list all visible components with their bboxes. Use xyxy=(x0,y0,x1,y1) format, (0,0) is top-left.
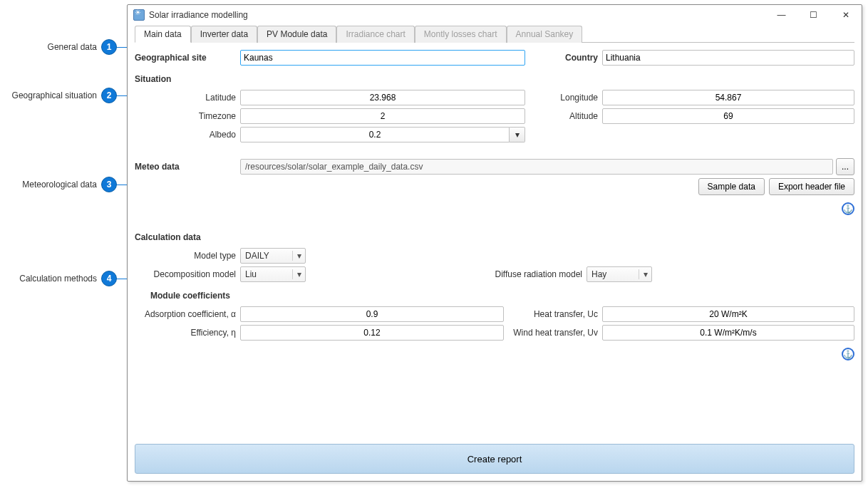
create-report-button[interactable]: Create report xyxy=(135,444,854,474)
app-icon xyxy=(133,9,145,21)
decomposition-model-select[interactable]: Liu ▾ xyxy=(240,266,306,282)
anchor-icon[interactable]: ⚓ xyxy=(842,348,854,360)
model-type-select[interactable]: DAILY ▾ xyxy=(240,248,306,264)
albedo-input[interactable] xyxy=(240,127,510,142)
callout-label-2: Geographical situation xyxy=(0,90,101,100)
callout-label-4: Calculation methods xyxy=(0,274,101,284)
close-button[interactable]: ✕ xyxy=(830,5,862,25)
app-window: Solar irradiance modelling — ☐ ✕ Main da… xyxy=(127,4,862,482)
callout-badge-1: 1 xyxy=(101,39,117,55)
efficiency-label: Efficiency, η xyxy=(135,328,240,338)
meteo-path-field: /resources/solar/solar_example_daily_dat… xyxy=(240,159,833,175)
tab-annual-sankey: Annual Sankey xyxy=(507,26,583,43)
browse-button[interactable]: ... xyxy=(836,158,854,175)
altitude-input[interactable] xyxy=(602,108,854,124)
adsorption-coefficient-label: Adsorption coefficient, α xyxy=(135,309,240,319)
tab-main-data[interactable]: Main data xyxy=(135,26,191,43)
heat-transfer-label: Heat transfer, Uc xyxy=(510,309,602,319)
geographical-site-input[interactable] xyxy=(240,50,525,66)
geographical-site-label: Geographical site xyxy=(135,53,240,63)
minimize-button[interactable]: — xyxy=(765,5,797,25)
adsorption-coefficient-input[interactable] xyxy=(240,306,504,322)
model-type-label: Model type xyxy=(135,251,240,261)
titlebar: Solar irradiance modelling — ☐ ✕ xyxy=(128,5,862,25)
albedo-label: Albedo xyxy=(135,130,240,140)
calculation-data-heading: Calculation data xyxy=(135,229,854,245)
timezone-input[interactable] xyxy=(240,108,525,124)
wind-heat-transfer-input[interactable] xyxy=(602,325,854,341)
export-header-file-button[interactable]: Export header file xyxy=(769,178,854,195)
albedo-dropdown-button[interactable]: ▾ xyxy=(510,127,525,142)
diffuse-radiation-model-value: Hay xyxy=(591,269,639,279)
model-type-value: DAILY xyxy=(245,251,292,261)
timezone-label: Timezone xyxy=(135,111,240,121)
callout-label-3: Meteorological data xyxy=(0,180,101,190)
callout-badge-2: 2 xyxy=(101,88,117,103)
country-input[interactable] xyxy=(602,50,854,66)
diffuse-radiation-model-label: Diffuse radiation model xyxy=(306,269,587,279)
maximize-button[interactable]: ☐ xyxy=(797,5,830,25)
tab-bar: Main data Inverter data PV Module data I… xyxy=(135,25,854,43)
tab-pv-module-data[interactable]: PV Module data xyxy=(257,26,336,43)
country-label: Country xyxy=(531,53,602,63)
callout-badge-3: 3 xyxy=(101,177,117,192)
situation-heading: Situation xyxy=(135,71,854,87)
chevron-down-icon: ▾ xyxy=(515,130,520,140)
diffuse-radiation-model-select[interactable]: Hay ▾ xyxy=(587,266,652,282)
latitude-input[interactable] xyxy=(240,90,525,105)
heat-transfer-input[interactable] xyxy=(602,306,854,322)
decomposition-model-label: Decomposition model xyxy=(135,269,240,279)
wind-heat-transfer-label: Wind heat transfer, Uv xyxy=(510,328,602,338)
longitude-input[interactable] xyxy=(602,90,854,105)
chevron-down-icon: ▾ xyxy=(292,269,305,279)
callout-badge-4: 4 xyxy=(101,271,117,286)
chevron-down-icon: ▾ xyxy=(292,251,305,261)
module-coefficients-heading: Module coefficients xyxy=(135,285,854,303)
callout-label-1: General data xyxy=(0,42,101,52)
tab-inverter-data[interactable]: Inverter data xyxy=(191,26,257,43)
efficiency-input[interactable] xyxy=(240,325,504,341)
decomposition-model-value: Liu xyxy=(245,269,292,279)
longitude-label: Longitude xyxy=(531,93,602,103)
latitude-label: Latitude xyxy=(135,93,240,103)
sample-data-button[interactable]: Sample data xyxy=(698,178,765,195)
window-title: Solar irradiance modelling xyxy=(149,10,248,20)
tab-monthly-losses-chart: Montly losses chart xyxy=(415,26,507,43)
anchor-icon[interactable]: ⚓ xyxy=(842,202,854,215)
meteo-heading: Meteo data xyxy=(135,162,240,172)
altitude-label: Altitude xyxy=(531,111,602,121)
tab-irradiance-chart: Irradiance chart xyxy=(336,26,414,43)
chevron-down-icon: ▾ xyxy=(639,269,651,279)
